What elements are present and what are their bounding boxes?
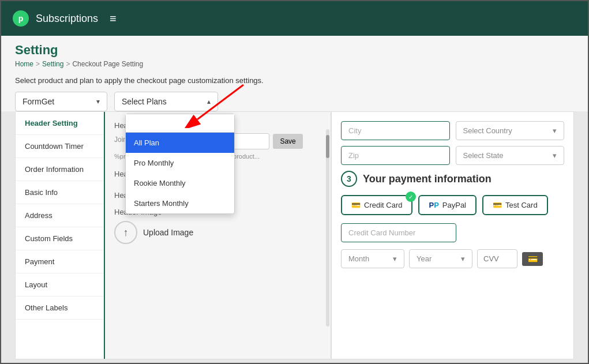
upload-icon: ↑ [123,227,129,239]
month-chevron-icon: ▾ [393,254,397,263]
dropdown-item-rookie-monthly[interactable]: Rookie Monthly [126,173,234,193]
right-panel: City Select Country ▾ Zip Select State ▾ [331,112,573,359]
upload-row: ↑ Upload Image [114,221,321,244]
payment-section-title: 3 Your payment information [341,171,564,187]
plans-dropdown: All Plan Pro Monthly Rookie Monthly Star… [125,114,235,214]
check-badge: ✓ [406,192,416,202]
menu-icon[interactable]: ≡ [110,12,117,25]
breadcrumb: Home > Setting > Checkout Page Setting [15,60,574,68]
credit-card-icon: 💳 [351,201,361,209]
paypal-icon: PP [429,201,438,209]
scrollbar[interactable] [326,129,329,327]
topbar: p Subscriptions ≡ [1,1,588,36]
dropdown-item-all-plan[interactable]: All Plan [126,133,234,153]
product-chevron-icon: ▾ [96,97,100,106]
country-select[interactable]: Select Country ▾ [456,121,565,140]
page-title: Setting [15,43,574,58]
card-type-icon: 💳 [522,252,543,266]
year-chevron-icon: ▾ [461,254,465,263]
cc-number-input[interactable]: Credit Card Number [341,223,456,242]
dropdown-item-starters-monthly[interactable]: Starters Monthly [126,193,234,213]
test-card-button[interactable]: 💳 Test Card [482,195,548,215]
city-input[interactable]: City [341,121,450,140]
test-card-icon: 💳 [493,201,502,209]
sidebar-item-countdown-timer[interactable]: Countdown Timer [16,135,104,158]
zip-state-row: Zip Select State ▾ [341,146,564,165]
state-chevron-icon: ▾ [553,151,557,160]
zip-input[interactable]: Zip [341,146,450,165]
payment-buttons: ✓ 💳 Credit Card PP PayPal 💳 Test Card [341,195,564,215]
paypal-button[interactable]: PP PayPal [418,195,477,215]
upload-button[interactable]: ↑ [114,221,137,244]
sidebar-item-address[interactable]: Address [16,204,104,227]
city-country-row: City Select Country ▾ [341,121,564,140]
plans-chevron-icon: ▴ [207,97,211,106]
content-area: Header Setting Countdown Timer Order Inf… [15,111,574,359]
year-select[interactable]: Year ▾ [409,249,472,268]
breadcrumb-current: Checkout Page Setting [72,60,143,68]
page-wrapper: p Subscriptions ≡ Setting Home > Setting… [0,0,589,364]
dropdown-search-input[interactable] [126,114,234,133]
page-description: Select product and plan to apply the che… [15,76,574,85]
upload-label: Upload Image [143,228,193,237]
dropdown-item-pro-monthly[interactable]: Pro Monthly [126,153,234,173]
step-circle: 3 [341,171,357,187]
sidebar-item-layout[interactable]: Layout [16,273,104,297]
scroll-thumb [326,135,329,158]
state-select[interactable]: Select State ▾ [456,146,565,165]
plans-select[interactable]: Select Plans ▴ [114,92,218,111]
header-area: Setting Home > Setting > Checkout Page S… [1,36,588,111]
app-title: Subscriptions [36,13,98,25]
cvv-input[interactable] [477,249,517,268]
sidebar-item-basic-info[interactable]: Basic Info [16,181,104,204]
country-chevron-icon: ▾ [553,126,557,135]
sidebar: Header Setting Countdown Timer Order Inf… [16,112,105,359]
logo-icon: p [13,10,29,27]
sidebar-item-header-setting[interactable]: Header Setting [16,112,104,135]
sidebar-item-payment[interactable]: Payment [16,250,104,273]
save-button[interactable]: Save [273,134,302,149]
breadcrumb-setting[interactable]: Setting [42,60,63,68]
sidebar-item-other-labels[interactable]: Other Labels [16,297,104,320]
month-select[interactable]: Month ▾ [341,249,404,268]
card-details-row: Month ▾ Year ▾ 💳 [341,249,564,268]
credit-card-button[interactable]: ✓ 💳 Credit Card [341,195,412,215]
breadcrumb-home[interactable]: Home [15,60,33,68]
sidebar-item-custom-fields[interactable]: Custom Fields [16,227,104,250]
sidebar-item-order-information[interactable]: Order Information [16,158,104,181]
selectors-row: FormGet ▾ Select Plans ▴ [15,92,574,111]
product-select[interactable]: FormGet ▾ [15,92,107,111]
